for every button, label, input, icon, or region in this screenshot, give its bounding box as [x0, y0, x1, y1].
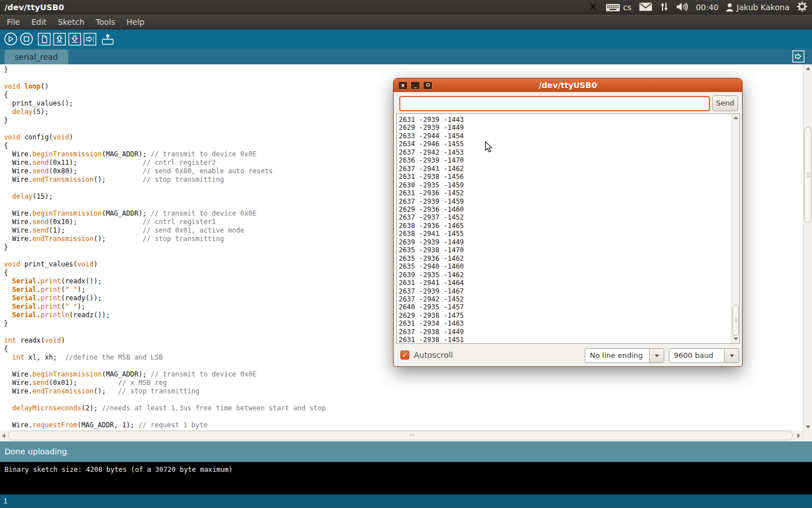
upload-button[interactable] [83, 33, 96, 46]
arrow-up-icon [53, 33, 66, 46]
chevron-down-icon[interactable] [649, 349, 664, 362]
minimize-icon[interactable]: _ [411, 81, 420, 90]
code-line: Wire.endTransmission(); // stop transmit… [4, 387, 803, 396]
keyboard-layout-icon [606, 3, 620, 12]
baud-select[interactable]: 9600 baud [669, 348, 739, 363]
menubar: FileEditSketchToolsHelp [0, 15, 812, 29]
tab-serial-read[interactable]: serial_read [5, 50, 68, 64]
scrollbar-thumb[interactable] [804, 127, 811, 223]
arrow-down-icon [68, 33, 81, 46]
chevron-down-icon[interactable] [724, 349, 739, 362]
clock[interactable]: 00:40 [696, 3, 718, 12]
screen: /dev/ttyUSB0 cs [0, 0, 812, 508]
app-pinwheel-icon[interactable] [588, 2, 598, 14]
status-message: Done uploading. [5, 447, 69, 456]
editor-horizontal-scrollbar[interactable] [0, 430, 803, 441]
footer-strip: 1 [0, 494, 812, 508]
status-bar: Done uploading. [0, 441, 812, 462]
line-indicator: 1 [3, 497, 7, 505]
stop-icon [19, 31, 34, 47]
line-ending-select[interactable]: No line ending [585, 348, 664, 363]
user-menu[interactable]: Jakub Kakona [726, 3, 789, 12]
serial-monitor-window: /dev/ttyUSB0 x _ Send 2631 -2939 -1443 2… [393, 78, 743, 367]
new-sketch-button[interactable] [38, 33, 51, 46]
volume-icon[interactable] [676, 2, 689, 13]
code-line: Wire.requestFrom(MAG_ADDR, 1); // reques… [4, 421, 803, 430]
serial-output-area[interactable]: 2631 -2939 -1443 2629 -2939 -1449 2633 -… [396, 113, 740, 344]
gear-icon[interactable] [797, 1, 807, 14]
menu-help[interactable]: Help [121, 17, 150, 27]
mail-icon[interactable] [639, 2, 652, 13]
serial-controls-row: ✓ Autoscroll No line ending 9600 baud [394, 348, 742, 364]
code-line [4, 413, 803, 421]
line-ending-value: No line ending [585, 349, 649, 362]
serial-window-title: /dev/ttyUSB0 [394, 81, 742, 90]
play-icon [3, 31, 19, 47]
stop-button[interactable] [19, 31, 34, 47]
sync-arrows-icon[interactable] [660, 2, 669, 14]
console: Binary sketch size: 4208 bytes (of a 307… [0, 462, 812, 494]
code-line: delayMicroseconds(2); //needs at least 1… [4, 404, 803, 413]
scrollbar-thumb[interactable] [8, 431, 793, 440]
save-sketch-button[interactable] [68, 33, 81, 46]
user-icon [726, 3, 734, 12]
close-icon[interactable]: x [398, 81, 408, 90]
tab-label: serial_read [15, 52, 58, 62]
new-document-icon [38, 33, 51, 46]
code-line: Wire.send(0x01); // x MSB reg [4, 379, 803, 387]
baud-value: 9600 baud [669, 349, 724, 362]
verify-button[interactable] [3, 31, 19, 47]
code-line [4, 396, 803, 404]
mouse-cursor [485, 141, 493, 155]
code-line: } [4, 65, 803, 74]
keyboard-indicator[interactable]: cs [606, 3, 632, 12]
menu-file[interactable]: File [1, 17, 25, 27]
toolbar [0, 29, 812, 49]
boxed-arrow-icon [792, 50, 805, 63]
open-sketch-button[interactable] [53, 33, 66, 46]
menu-tools[interactable]: Tools [90, 17, 121, 27]
serial-monitor-button[interactable] [100, 33, 115, 46]
username: Jakub Kakona [736, 3, 789, 12]
tabbar: serial_read [0, 49, 812, 64]
serial-vertical-scrollbar[interactable] [731, 114, 739, 343]
tab-menu-button[interactable] [792, 50, 805, 63]
arrow-right-icon [83, 33, 96, 46]
scrollbar-thumb[interactable] [732, 305, 739, 336]
window-title: /dev/ttyUSB0 [5, 3, 64, 12]
send-button[interactable]: Send [712, 95, 738, 111]
editor-vertical-scrollbar[interactable] [803, 64, 812, 441]
serial-window-titlebar[interactable]: /dev/ttyUSB0 x _ [394, 78, 742, 92]
serial-monitor-icon [100, 33, 115, 46]
menu-edit[interactable]: Edit [25, 17, 52, 27]
console-line: Binary sketch size: 4208 bytes (of a 307… [5, 466, 233, 474]
autoscroll-checkbox[interactable]: ✓ [400, 351, 409, 360]
serial-output-text: 2631 -2939 -1443 2629 -2939 -1449 2633 -… [397, 114, 731, 343]
menu-sketch[interactable]: Sketch [52, 17, 90, 27]
serial-send-input[interactable] [399, 96, 710, 111]
code-line: Wire.beginTransmission(MAG_ADDR); // tra… [4, 370, 803, 379]
window-controls: x _ [398, 81, 433, 90]
system-tray: cs 00:40 J [588, 1, 807, 14]
desktop-panel: /dev/ttyUSB0 cs [0, 0, 812, 15]
maximize-icon[interactable] [423, 81, 433, 90]
autoscroll-label: Autoscroll [414, 351, 453, 360]
keyboard-layout-label: cs [623, 3, 632, 12]
